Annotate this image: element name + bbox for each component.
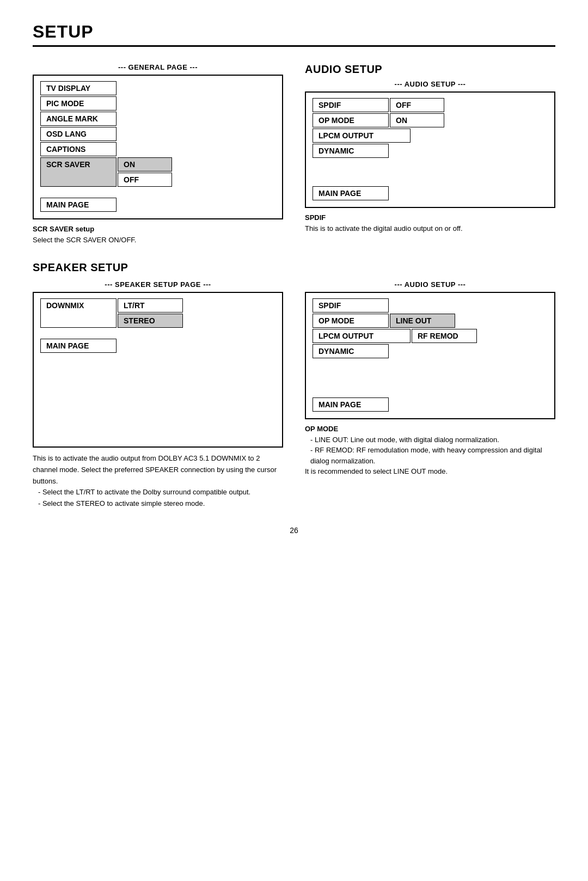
menu-item-captions[interactable]: CAPTIONS xyxy=(40,142,117,156)
audio-desc: SPDIF This is to activate the digital au… xyxy=(305,212,555,234)
page-number: 26 xyxy=(33,526,555,535)
table-row: LPCM OUTPUT xyxy=(313,129,548,143)
table-row: TV DISPLAY xyxy=(40,81,275,95)
audio-setup2-subheader: --- AUDIO SETUP --- xyxy=(305,280,555,289)
speaker-setup-section: SPEAKER SETUP --- SPEAKER SETUP PAGE ---… xyxy=(33,261,555,510)
menu-item-audio-main-page[interactable]: MAIN PAGE xyxy=(313,186,389,200)
audio-setup-section2: --- AUDIO SETUP --- SPDIF OP MODE LINE O… xyxy=(305,280,555,510)
menu-item-speaker-main-page[interactable]: MAIN PAGE xyxy=(40,339,117,353)
menu-item-stereo[interactable]: STEREO xyxy=(118,314,183,328)
audio-setup-section: AUDIO SETUP --- AUDIO SETUP --- SPDIF OF… xyxy=(305,63,555,245)
speaker-setup-subheader: --- SPEAKER SETUP PAGE --- xyxy=(33,280,283,289)
table-row: SCR SAVER ON OFF xyxy=(40,157,275,187)
menu-item-lpcm-output2[interactable]: LPCM OUTPUT xyxy=(313,329,411,343)
audio-setup2-menu-box: SPDIF OP MODE LINE OUT LPCM OUTPUT RF RE… xyxy=(305,292,555,419)
menu-item-spdif-off[interactable]: OFF xyxy=(390,98,444,112)
table-row: MAIN PAGE xyxy=(313,397,548,412)
table-row: MAIN PAGE xyxy=(313,186,548,200)
audio2-desc: OP MODE - LINE OUT: Line out mode, with … xyxy=(305,424,555,477)
speaker-setup-left: --- SPEAKER SETUP PAGE --- DOWNMIX LT/RT… xyxy=(33,280,283,510)
table-row: OP MODE LINE OUT xyxy=(313,314,548,328)
table-row: CAPTIONS xyxy=(40,142,275,156)
audio2-bullets: - LINE OUT: Line out mode, with digital … xyxy=(305,435,555,467)
menu-item-scr-saver[interactable]: SCR SAVER xyxy=(40,157,117,187)
list-item: - LINE OUT: Line out mode, with digital … xyxy=(310,435,555,445)
table-row: ANGLE MARK xyxy=(40,112,275,126)
speaker-setup-header: SPEAKER SETUP xyxy=(33,261,555,274)
speaker-desc-bullets: Select the LT/RT to activate the Dolby s… xyxy=(33,487,283,510)
page-title: SETUP xyxy=(33,22,555,47)
table-row: MAIN PAGE xyxy=(40,339,275,353)
list-item: Select the STEREO to activate simple ste… xyxy=(38,498,283,510)
table-row: DYNAMIC xyxy=(313,144,548,158)
menu-item-pic-mode[interactable]: PIC MODE xyxy=(40,96,117,111)
general-page-section: --- GENERAL PAGE --- TV DISPLAY PIC MODE… xyxy=(33,63,283,245)
general-page-subheader: --- GENERAL PAGE --- xyxy=(33,63,283,71)
speaker-setup-menu-box: DOWNMIX LT/RT STEREO MAIN PAGE xyxy=(33,292,283,448)
audio-desc-text: This is to activate the digital audio ou… xyxy=(305,224,463,233)
table-row: OP MODE ON xyxy=(313,113,548,127)
audio-setup-header: AUDIO SETUP xyxy=(305,63,555,76)
speaker-description: This is to activate the audio output fro… xyxy=(33,453,283,510)
menu-item-scr-saver-off[interactable]: OFF xyxy=(118,173,172,187)
audio2-desc-label: OP MODE xyxy=(305,425,338,433)
general-description: SCR SAVER setup Select the SCR SAVER ON/… xyxy=(33,224,283,245)
menu-item-osd-lang[interactable]: OSD LANG xyxy=(40,127,117,141)
menu-item-spdif2[interactable]: SPDIF xyxy=(313,298,389,313)
audio-desc-label: SPDIF xyxy=(305,213,326,222)
table-row: SPDIF OFF xyxy=(313,98,548,112)
menu-item-spdif[interactable]: SPDIF xyxy=(313,98,389,112)
menu-item-op-mode2[interactable]: OP MODE xyxy=(313,314,389,328)
general-desc-label: SCR SAVER setup xyxy=(33,225,94,233)
general-desc-text: Select the SCR SAVER ON/OFF. xyxy=(33,236,136,244)
menu-item-op-mode[interactable]: OP MODE xyxy=(313,113,389,127)
audio-setup-subheader: --- AUDIO SETUP --- xyxy=(305,80,555,88)
table-row: SPDIF xyxy=(313,298,548,313)
general-page-menu-box: TV DISPLAY PIC MODE ANGLE MARK OSD LANG … xyxy=(33,75,283,219)
audio2-desc-footer: It is recommended to select LINE OUT mod… xyxy=(305,467,448,475)
menu-item-tv-display[interactable]: TV DISPLAY xyxy=(40,81,117,95)
menu-item-audio2-main-page[interactable]: MAIN PAGE xyxy=(313,397,389,412)
audio-setup-menu-box: SPDIF OFF OP MODE ON LPCM OUTPUT DYNAMIC… xyxy=(305,91,555,208)
menu-item-dynamic[interactable]: DYNAMIC xyxy=(313,144,389,158)
menu-item-general-main-page[interactable]: MAIN PAGE xyxy=(40,198,117,212)
list-item: - RF REMOD: RF remodulation mode, with h… xyxy=(310,445,555,466)
menu-item-lpcm-output[interactable]: LPCM OUTPUT xyxy=(313,129,411,143)
speaker-desc-text: This is to activate the audio output fro… xyxy=(33,454,277,485)
menu-item-scr-saver-on[interactable]: ON xyxy=(118,157,172,172)
menu-item-ltrt[interactable]: LT/RT xyxy=(118,298,183,313)
menu-item-angle-mark[interactable]: ANGLE MARK xyxy=(40,112,117,126)
menu-item-op-mode-on[interactable]: ON xyxy=(390,113,444,127)
menu-item-downmix[interactable]: DOWNMIX xyxy=(40,298,117,328)
menu-item-dynamic2[interactable]: DYNAMIC xyxy=(313,344,389,358)
list-item: Select the LT/RT to activate the Dolby s… xyxy=(38,487,283,498)
table-row: LPCM OUTPUT RF REMOD xyxy=(313,329,548,343)
menu-item-line-out[interactable]: LINE OUT xyxy=(390,314,455,328)
menu-item-rf-remod[interactable]: RF REMOD xyxy=(412,329,477,343)
table-row: MAIN PAGE xyxy=(40,198,275,212)
table-row: DYNAMIC xyxy=(313,344,548,358)
table-row: OSD LANG xyxy=(40,127,275,141)
table-row: DOWNMIX LT/RT STEREO xyxy=(40,298,275,328)
table-row: PIC MODE xyxy=(40,96,275,111)
